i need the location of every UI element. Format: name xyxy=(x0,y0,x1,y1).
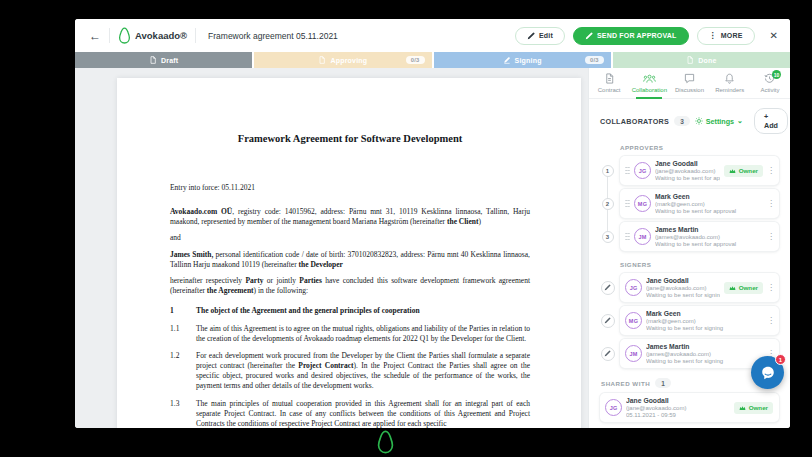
signer-row: MG Mark Geen (mark@geen.com) Waiting to … xyxy=(600,306,779,335)
collaborator-email: (jane@avokaado.com) xyxy=(646,285,720,291)
collaborator-name: Jane Goodall xyxy=(655,160,720,167)
stage-progress-bar: Draft Approving 0/3 Signing 0/3 Done xyxy=(75,52,790,68)
approver-order-number: 3 xyxy=(602,231,614,243)
brand-logo[interactable]: Avokaado® xyxy=(118,27,187,44)
owner-label: Owner xyxy=(739,167,758,174)
approver-card[interactable]: MG Mark Geen (mark@geen.com) Waiting to … xyxy=(620,189,779,218)
collaborator-status: Waiting to be sent for signing xyxy=(646,325,763,331)
crown-icon xyxy=(729,285,736,291)
document-viewer[interactable]: Framework Agreement for Software Develop… xyxy=(75,68,588,428)
panel-tabs: Contract Collaboration Discussion Remind… xyxy=(589,68,790,99)
activity-count-badge: 10 xyxy=(772,70,781,79)
chat-widget-button[interactable]: 1 xyxy=(751,356,784,389)
document-icon xyxy=(149,56,157,64)
tab-collaboration[interactable]: Collaboration xyxy=(629,68,669,98)
stage-draft[interactable]: Draft xyxy=(75,52,252,68)
drag-handle-icon[interactable] xyxy=(625,232,630,241)
section-text: For each development work procured from … xyxy=(196,351,530,392)
collaborator-name: Jane Goodall xyxy=(626,397,730,404)
shared-count-badge: 1 xyxy=(655,378,671,388)
tab-label: Activity xyxy=(760,87,779,93)
approver-card[interactable]: JM James Martin (james@avokaado.com) Wai… xyxy=(620,222,779,251)
owner-badge: Owner xyxy=(724,282,763,294)
add-collaborator-button[interactable]: + Add xyxy=(754,108,788,134)
more-menu-icon[interactable]: ⋮ xyxy=(767,232,773,241)
avatar: JG xyxy=(605,399,622,416)
brand-name: Avokaado® xyxy=(135,30,187,41)
section-number: 1.1 xyxy=(170,324,196,344)
shared-card[interactable]: JG Jane Goodall (jane@avokaado.com) 05.1… xyxy=(600,393,779,422)
drag-handle-icon[interactable] xyxy=(625,199,630,208)
stage-count-badge: 0/3 xyxy=(406,56,425,64)
collaborator-status: Waiting to be sent for approval xyxy=(655,241,763,247)
close-icon[interactable]: ✕ xyxy=(770,30,778,41)
edit-button[interactable]: Edit xyxy=(515,27,565,45)
more-menu-icon[interactable]: ⋮ xyxy=(767,316,773,325)
avatar: MG xyxy=(625,312,642,329)
pencil-icon xyxy=(527,32,535,40)
owner-badge: Owner xyxy=(734,402,773,414)
approver-row: 3 JM James Martin (james@avokaado.com) W… xyxy=(600,222,779,251)
contract-icon xyxy=(603,73,616,84)
collaborator-status: Waiting to be sent for approval xyxy=(655,208,763,214)
more-button[interactable]: ⋮ MORE xyxy=(697,27,755,45)
agreement-paragraph: James Smith, personal identification cod… xyxy=(170,250,530,270)
approver-row: 2 MG Mark Geen (mark@geen.com) Waiting t… xyxy=(600,189,779,218)
crown-icon xyxy=(739,405,746,411)
agreement-paragraph: hereinafter respectively Party or jointl… xyxy=(170,276,530,296)
signer-card[interactable]: MG Mark Geen (mark@geen.com) Waiting to … xyxy=(620,306,779,335)
collaborator-name: James Martin xyxy=(646,343,763,350)
approver-card[interactable]: JG Jane Goodall (jane@avokaado.com) Wait… xyxy=(620,156,779,185)
pencil-icon xyxy=(585,32,593,40)
chat-bubble-icon xyxy=(760,365,776,381)
tab-discussion[interactable]: Discussion xyxy=(669,68,709,98)
avocado-logo-icon xyxy=(118,27,131,44)
collaborator-status: Waiting to be sent for signing xyxy=(646,358,763,364)
collaborator-email: (mark@geen.com) xyxy=(646,318,763,324)
signature-pen-icon xyxy=(601,347,615,361)
signature-pen-icon xyxy=(601,281,615,295)
tab-label: Discussion xyxy=(675,87,704,93)
approver-order-number: 2 xyxy=(602,198,614,210)
collaborator-name: James Martin xyxy=(655,226,763,233)
agreement-section: 1.1 The aim of this Agreement is to agre… xyxy=(170,324,530,344)
collaborators-header: COLLABORATORS 3 Settings ⌄ + Add xyxy=(600,108,779,134)
header-divider xyxy=(109,28,110,43)
back-arrow-icon[interactable]: ← xyxy=(89,30,101,42)
more-menu-icon[interactable]: ⋮ xyxy=(767,199,773,208)
more-button-label: MORE xyxy=(721,32,743,39)
stage-done[interactable]: Done xyxy=(613,52,790,68)
approver-order-number: 1 xyxy=(602,165,614,177)
more-menu-icon[interactable]: ⋮ xyxy=(767,283,773,292)
collaborators-label: COLLABORATORS xyxy=(600,117,669,126)
stage-signing[interactable]: Signing 0/3 xyxy=(434,52,611,68)
tab-activity[interactable]: Activity 10 xyxy=(750,68,790,98)
collaborator-email: (jane@avokaado.com) xyxy=(655,168,720,174)
document-title: Framework agreement 05.11.2021 xyxy=(208,31,338,41)
section-number: 1 xyxy=(170,306,196,316)
top-header: ← Avokaado® Framework agreement 05.11.20… xyxy=(75,19,790,52)
entry-into-force: Entry into force: 05.11.2021 xyxy=(170,183,530,192)
tab-reminders[interactable]: Reminders xyxy=(710,68,750,98)
gear-icon xyxy=(695,117,703,125)
settings-label: Settings xyxy=(706,117,734,126)
stage-approving[interactable]: Approving 0/3 xyxy=(254,52,431,68)
shared-with-label: SHARED WITH xyxy=(601,380,650,387)
drag-handle-icon[interactable] xyxy=(625,166,630,175)
approvers-list: 1 JG Jane Goodall (jane@avokaado.com) Wa… xyxy=(600,156,779,251)
chevron-down-icon: ⌄ xyxy=(737,119,743,123)
tab-contract[interactable]: Contract xyxy=(589,68,629,98)
owner-label: Owner xyxy=(739,284,758,291)
signer-card[interactable]: JG Jane Goodall (jane@avokaado.com) Wait… xyxy=(620,273,779,302)
send-for-approval-button[interactable]: SEND FOR APPROVAL xyxy=(573,27,689,45)
settings-dropdown[interactable]: Settings ⌄ xyxy=(695,117,743,126)
document-icon xyxy=(318,56,326,64)
agreement-paragraph: Avokaado.com OÜ, registry code: 14015962… xyxy=(170,207,530,227)
bell-icon xyxy=(723,73,736,84)
stage-label: Signing xyxy=(515,57,542,64)
app-window: ← Avokaado® Framework agreement 05.11.20… xyxy=(75,19,790,428)
tab-label: Collaboration xyxy=(632,87,667,93)
more-menu-icon[interactable]: ⋮ xyxy=(767,166,773,175)
tab-label: Reminders xyxy=(715,87,744,93)
avatar: JM xyxy=(625,345,642,362)
